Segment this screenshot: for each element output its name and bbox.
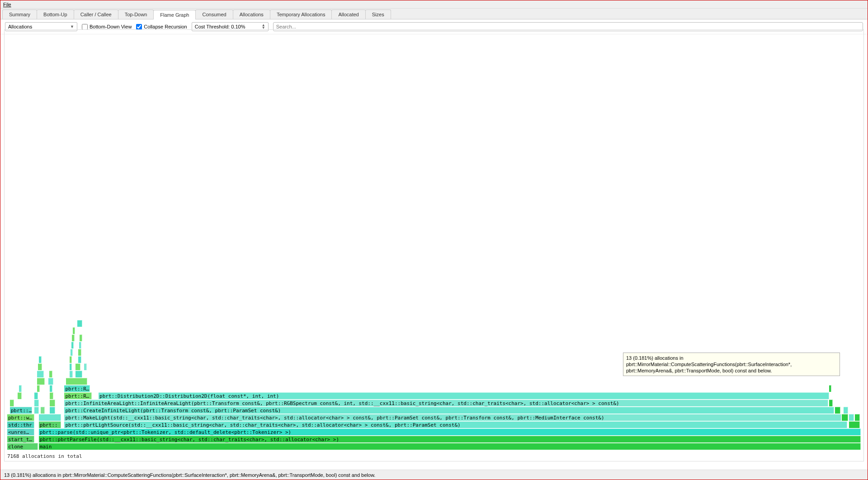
flame-cell[interactable] [37, 385, 40, 392]
flame-cell[interactable]: pbrt::R… [64, 392, 91, 399]
flame-cell[interactable]: pbrt::pbrtLightSource(std::__cxx11::basi… [64, 421, 847, 428]
flame-row: <unres…pbrt::parse(std::unique_ptr<pbrt:… [7, 428, 861, 436]
flame-cell[interactable]: std::thr [7, 421, 34, 428]
tab-temporary-allocations[interactable]: Temporary Allocations [270, 9, 332, 19]
bottom-down-checkbox-input[interactable] [82, 24, 88, 30]
flame-plot-frame: clonemainstart_t…pbrt::pbrtParseFile(std… [4, 29, 864, 461]
tab-sizes[interactable]: Sizes [365, 9, 391, 19]
flame-cell[interactable] [37, 371, 44, 377]
flame-cell[interactable]: pbrt::w… [7, 414, 34, 421]
tab-allocated[interactable]: Allocated [331, 9, 365, 19]
spinner-arrows-icon[interactable]: ▲▼ [262, 24, 265, 29]
flame-cell[interactable]: <unres… [7, 428, 34, 435]
flame-cell[interactable] [50, 407, 55, 414]
bottom-down-checkbox[interactable]: Bottom-Down View [82, 24, 132, 30]
flame-cell[interactable] [73, 327, 75, 334]
flame-cell[interactable] [10, 400, 14, 406]
flame-cell[interactable]: pbrt::InfiniteAreaLight::InfiniteAreaLig… [64, 400, 828, 406]
bottom-down-label: Bottom-Down View [90, 24, 132, 29]
flame-cell[interactable] [70, 356, 72, 363]
flame-cell[interactable]: pbrt::MakeLight(std::__cxx11::basic_stri… [64, 414, 841, 421]
flame-cell[interactable] [829, 385, 831, 392]
tab-flame-graph[interactable]: Flame Graph [153, 10, 196, 19]
flame-cell[interactable] [842, 414, 848, 421]
tab-allocations[interactable]: Allocations [233, 9, 270, 19]
flame-cell[interactable] [34, 392, 38, 399]
flame-cell[interactable]: pbrt::parse(std::unique_ptr<pbrt::Tokeni… [39, 428, 861, 435]
tab-caller-callee[interactable]: Caller / Callee [74, 9, 118, 19]
collapse-recursion-checkbox-input[interactable] [136, 24, 142, 30]
flame-cell[interactable] [80, 334, 82, 341]
menubar: File [0, 0, 868, 9]
status-text: 13 (0.181%) allocations in pbrt::MirrorM… [4, 472, 375, 478]
flame-cell[interactable] [50, 392, 53, 399]
flame-cell[interactable] [71, 342, 74, 348]
status-bar: 13 (0.181%) allocations in pbrt::MirrorM… [0, 470, 868, 480]
flame-row [7, 334, 861, 342]
flame-cell[interactable]: pbrt::… [10, 407, 32, 414]
flame-cell[interactable] [37, 378, 45, 385]
flame-cell[interactable] [50, 385, 52, 392]
flame-cell[interactable] [75, 363, 80, 370]
flame-cell[interactable] [855, 414, 860, 421]
flame-cell[interactable]: pbrt::pbrtParseFile(std::__cxx11::basic_… [39, 436, 861, 442]
flame-cell[interactable] [72, 334, 75, 341]
collapse-recursion-checkbox[interactable]: Collapse Recursion [136, 24, 187, 30]
flame-cell[interactable] [829, 400, 833, 406]
flame-row [7, 327, 861, 334]
menu-file[interactable]: File [3, 2, 11, 7]
flame-cell[interactable] [50, 400, 55, 406]
flame-row [7, 342, 861, 349]
flame-cell[interactable] [19, 385, 22, 392]
metric-combo-value: Allocations [8, 24, 32, 29]
flame-cell[interactable] [78, 356, 82, 363]
chevron-down-icon: ▼ [70, 24, 74, 29]
flame-cell[interactable] [84, 363, 87, 370]
flame-totals: 7168 allocations in total [7, 453, 82, 459]
flame-cell[interactable]: main [39, 443, 861, 450]
flame-cell[interactable] [39, 414, 61, 421]
flame-cell[interactable] [34, 407, 38, 414]
flame-cell[interactable] [78, 349, 82, 356]
tabstrip: SummaryBottom-UpCaller / CalleeTop-DownF… [0, 9, 868, 19]
flame-graph[interactable]: clonemainstart_t…pbrt::pbrtParseFile(std… [7, 229, 861, 450]
flame-cell[interactable] [18, 392, 22, 399]
flame-row [7, 378, 861, 385]
flame-tooltip: 13 (0.181%) allocations in pbrt::MirrorM… [623, 353, 840, 376]
flame-cell[interactable] [70, 371, 73, 377]
flame-cell[interactable] [49, 371, 53, 377]
flame-row: std::thrpbrt::pbrt::pbrtLightSource(std:… [7, 421, 861, 428]
tab-consumed[interactable]: Consumed [195, 9, 233, 19]
flame-cell[interactable] [849, 421, 860, 428]
flame-cell[interactable] [79, 342, 82, 348]
flame-cell[interactable]: pbrt::R… [64, 385, 90, 392]
flame-cell[interactable] [38, 363, 42, 370]
flame-cell[interactable] [70, 363, 72, 370]
flame-row: pbrt::…pbrt::CreateInfiniteLight(pbrt::T… [7, 407, 861, 414]
flame-cell[interactable] [849, 414, 854, 421]
tab-summary[interactable]: Summary [2, 9, 37, 19]
tab-top-down[interactable]: Top-Down [118, 9, 154, 19]
flame-cell[interactable] [844, 407, 848, 414]
tab-bottom-up[interactable]: Bottom-Up [37, 9, 74, 19]
flame-cell[interactable]: pbrt::CreateInfiniteLight(pbrt::Transfor… [64, 407, 834, 414]
flame-row: clonemain [7, 443, 861, 450]
flame-row: pbrt::InfiniteAreaLight::InfiniteAreaLig… [7, 400, 861, 407]
flame-row: start_t…pbrt::pbrtParseFile(std::__cxx11… [7, 436, 861, 443]
flame-cell[interactable] [77, 320, 82, 327]
flame-cell[interactable] [48, 378, 53, 385]
flame-cell[interactable] [71, 349, 73, 356]
flame-cell[interactable] [34, 400, 38, 406]
flame-cell[interactable] [41, 407, 45, 414]
collapse-recursion-label: Collapse Recursion [144, 24, 187, 29]
flame-row [7, 320, 861, 327]
flame-row: pbrt::w…pbrt::MakeLight(std::__cxx11::ba… [7, 414, 861, 421]
flame-cell[interactable] [75, 371, 82, 377]
flame-cell[interactable] [66, 378, 87, 385]
flame-cell[interactable]: pbrt:: [39, 421, 61, 428]
flame-cell[interactable] [39, 356, 42, 363]
flame-cell[interactable] [835, 407, 840, 414]
flame-cell[interactable]: start_t… [7, 436, 34, 442]
flame-cell[interactable]: pbrt::Distribution2D::Distribution2D(flo… [99, 392, 829, 399]
flame-cell[interactable]: clone [7, 443, 38, 450]
